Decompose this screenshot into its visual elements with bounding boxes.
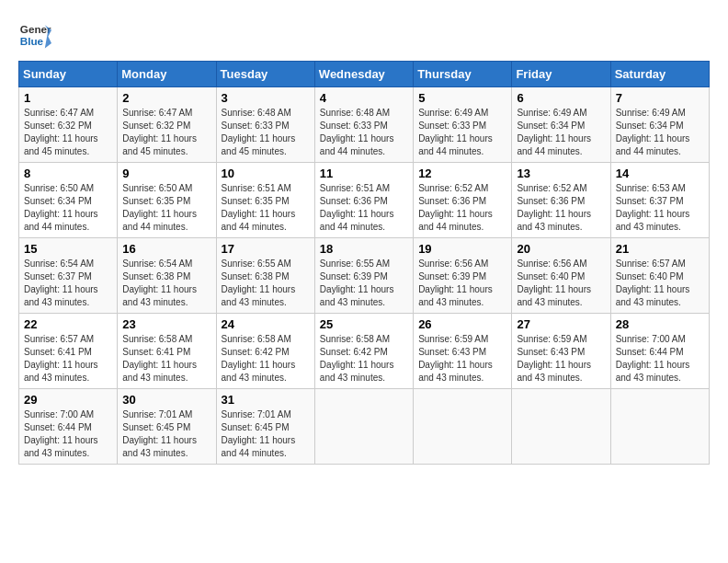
calendar-body: 1Sunrise: 6:47 AM Sunset: 6:32 PM Daylig… xyxy=(19,87,710,465)
logo-icon: General Blue xyxy=(18,18,51,52)
day-cell: 27Sunrise: 6:59 AM Sunset: 6:43 PM Dayli… xyxy=(512,314,610,389)
day-cell: 23Sunrise: 6:58 AM Sunset: 6:41 PM Dayli… xyxy=(118,314,216,389)
day-detail: Sunrise: 6:58 AM Sunset: 6:42 PM Dayligh… xyxy=(222,333,310,385)
header-cell-saturday: Saturday xyxy=(610,62,709,87)
day-cell: 6Sunrise: 6:49 AM Sunset: 6:34 PM Daylig… xyxy=(512,87,610,163)
day-number: 30 xyxy=(122,393,210,407)
day-detail: Sunrise: 7:00 AM Sunset: 6:44 PM Dayligh… xyxy=(24,408,112,460)
day-number: 11 xyxy=(320,167,408,180)
day-cell: 28Sunrise: 7:00 AM Sunset: 6:44 PM Dayli… xyxy=(610,314,709,389)
header-cell-sunday: Sunday xyxy=(19,62,118,87)
day-detail: Sunrise: 6:57 AM Sunset: 6:41 PM Dayligh… xyxy=(24,333,112,385)
day-number: 18 xyxy=(320,242,408,256)
day-number: 8 xyxy=(24,167,112,180)
day-cell: 24Sunrise: 6:58 AM Sunset: 6:42 PM Dayli… xyxy=(216,314,314,389)
day-number: 1 xyxy=(24,91,112,105)
day-number: 17 xyxy=(222,242,310,256)
day-detail: Sunrise: 6:50 AM Sunset: 6:34 PM Dayligh… xyxy=(24,182,112,234)
day-detail: Sunrise: 6:55 AM Sunset: 6:38 PM Dayligh… xyxy=(222,258,310,309)
week-row-2: 8Sunrise: 6:50 AM Sunset: 6:34 PM Daylig… xyxy=(19,163,710,238)
day-number: 4 xyxy=(320,91,408,105)
day-number: 7 xyxy=(616,91,704,105)
day-number: 16 xyxy=(122,242,210,256)
day-detail: Sunrise: 6:52 AM Sunset: 6:36 PM Dayligh… xyxy=(517,182,605,234)
day-number: 20 xyxy=(517,242,605,256)
calendar-table: SundayMondayTuesdayWednesdayThursdayFrid… xyxy=(18,61,710,465)
day-number: 28 xyxy=(616,317,704,331)
day-cell: 30Sunrise: 7:01 AM Sunset: 6:45 PM Dayli… xyxy=(118,389,216,465)
day-detail: Sunrise: 6:49 AM Sunset: 6:34 PM Dayligh… xyxy=(616,107,704,158)
day-number: 22 xyxy=(24,317,112,331)
day-detail: Sunrise: 6:57 AM Sunset: 6:40 PM Dayligh… xyxy=(616,258,704,309)
day-number: 3 xyxy=(222,91,310,105)
day-cell: 19Sunrise: 6:56 AM Sunset: 6:39 PM Dayli… xyxy=(414,238,512,314)
day-number: 6 xyxy=(517,91,605,105)
day-cell: 10Sunrise: 6:51 AM Sunset: 6:35 PM Dayli… xyxy=(216,163,314,238)
day-cell: 20Sunrise: 6:56 AM Sunset: 6:40 PM Dayli… xyxy=(512,238,610,314)
day-cell xyxy=(610,389,709,465)
day-number: 5 xyxy=(418,91,506,105)
day-cell: 17Sunrise: 6:55 AM Sunset: 6:38 PM Dayli… xyxy=(216,238,314,314)
day-detail: Sunrise: 6:58 AM Sunset: 6:42 PM Dayligh… xyxy=(320,333,408,385)
calendar-header: SundayMondayTuesdayWednesdayThursdayFrid… xyxy=(19,62,710,87)
day-number: 9 xyxy=(122,167,210,180)
svg-text:General: General xyxy=(20,23,51,35)
day-detail: Sunrise: 6:52 AM Sunset: 6:36 PM Dayligh… xyxy=(418,182,506,234)
day-detail: Sunrise: 6:56 AM Sunset: 6:39 PM Dayligh… xyxy=(418,258,506,309)
day-detail: Sunrise: 6:49 AM Sunset: 6:34 PM Dayligh… xyxy=(517,107,605,158)
day-detail: Sunrise: 6:51 AM Sunset: 6:36 PM Dayligh… xyxy=(320,182,408,234)
day-number: 12 xyxy=(418,167,506,180)
day-number: 2 xyxy=(122,91,210,105)
day-number: 27 xyxy=(517,317,605,331)
day-detail: Sunrise: 6:54 AM Sunset: 6:38 PM Dayligh… xyxy=(122,258,210,309)
svg-text:Blue: Blue xyxy=(20,35,44,47)
day-detail: Sunrise: 6:48 AM Sunset: 6:33 PM Dayligh… xyxy=(320,107,408,158)
day-number: 21 xyxy=(616,242,704,256)
day-detail: Sunrise: 6:51 AM Sunset: 6:35 PM Dayligh… xyxy=(222,182,310,234)
day-cell: 7Sunrise: 6:49 AM Sunset: 6:34 PM Daylig… xyxy=(610,87,709,163)
week-row-3: 15Sunrise: 6:54 AM Sunset: 6:37 PM Dayli… xyxy=(19,238,710,314)
day-number: 14 xyxy=(616,167,704,180)
day-detail: Sunrise: 6:54 AM Sunset: 6:37 PM Dayligh… xyxy=(24,258,112,309)
header-cell-tuesday: Tuesday xyxy=(216,62,314,87)
logo: General Blue xyxy=(18,18,51,52)
day-detail: Sunrise: 6:56 AM Sunset: 6:40 PM Dayligh… xyxy=(517,258,605,309)
day-cell: 21Sunrise: 6:57 AM Sunset: 6:40 PM Dayli… xyxy=(610,238,709,314)
header-cell-monday: Monday xyxy=(118,62,216,87)
day-cell: 11Sunrise: 6:51 AM Sunset: 6:36 PM Dayli… xyxy=(314,163,413,238)
day-cell: 1Sunrise: 6:47 AM Sunset: 6:32 PM Daylig… xyxy=(19,87,118,163)
day-number: 10 xyxy=(222,167,310,180)
day-cell: 9Sunrise: 6:50 AM Sunset: 6:35 PM Daylig… xyxy=(118,163,216,238)
day-cell: 14Sunrise: 6:53 AM Sunset: 6:37 PM Dayli… xyxy=(610,163,709,238)
day-detail: Sunrise: 6:59 AM Sunset: 6:43 PM Dayligh… xyxy=(517,333,605,385)
day-cell: 8Sunrise: 6:50 AM Sunset: 6:34 PM Daylig… xyxy=(19,163,118,238)
day-detail: Sunrise: 6:55 AM Sunset: 6:39 PM Dayligh… xyxy=(320,258,408,309)
header-cell-wednesday: Wednesday xyxy=(314,62,413,87)
header-cell-thursday: Thursday xyxy=(414,62,512,87)
week-row-1: 1Sunrise: 6:47 AM Sunset: 6:32 PM Daylig… xyxy=(19,87,710,163)
day-cell xyxy=(314,389,413,465)
day-detail: Sunrise: 6:48 AM Sunset: 6:33 PM Dayligh… xyxy=(222,107,310,158)
day-number: 13 xyxy=(517,167,605,180)
day-cell: 26Sunrise: 6:59 AM Sunset: 6:43 PM Dayli… xyxy=(414,314,512,389)
week-row-5: 29Sunrise: 7:00 AM Sunset: 6:44 PM Dayli… xyxy=(19,389,710,465)
day-cell: 12Sunrise: 6:52 AM Sunset: 6:36 PM Dayli… xyxy=(414,163,512,238)
day-number: 25 xyxy=(320,317,408,331)
day-detail: Sunrise: 6:47 AM Sunset: 6:32 PM Dayligh… xyxy=(122,107,210,158)
day-number: 24 xyxy=(222,317,310,331)
day-cell: 2Sunrise: 6:47 AM Sunset: 6:32 PM Daylig… xyxy=(118,87,216,163)
day-cell: 3Sunrise: 6:48 AM Sunset: 6:33 PM Daylig… xyxy=(216,87,314,163)
day-number: 19 xyxy=(418,242,506,256)
day-cell: 4Sunrise: 6:48 AM Sunset: 6:33 PM Daylig… xyxy=(314,87,413,163)
day-number: 31 xyxy=(222,393,310,407)
header-cell-friday: Friday xyxy=(512,62,610,87)
day-cell: 29Sunrise: 7:00 AM Sunset: 6:44 PM Dayli… xyxy=(19,389,118,465)
day-detail: Sunrise: 7:00 AM Sunset: 6:44 PM Dayligh… xyxy=(616,333,704,385)
day-cell: 16Sunrise: 6:54 AM Sunset: 6:38 PM Dayli… xyxy=(118,238,216,314)
day-cell: 18Sunrise: 6:55 AM Sunset: 6:39 PM Dayli… xyxy=(314,238,413,314)
day-number: 15 xyxy=(24,242,112,256)
day-cell: 15Sunrise: 6:54 AM Sunset: 6:37 PM Dayli… xyxy=(19,238,118,314)
day-detail: Sunrise: 7:01 AM Sunset: 6:45 PM Dayligh… xyxy=(122,408,210,460)
day-cell: 22Sunrise: 6:57 AM Sunset: 6:41 PM Dayli… xyxy=(19,314,118,389)
week-row-4: 22Sunrise: 6:57 AM Sunset: 6:41 PM Dayli… xyxy=(19,314,710,389)
